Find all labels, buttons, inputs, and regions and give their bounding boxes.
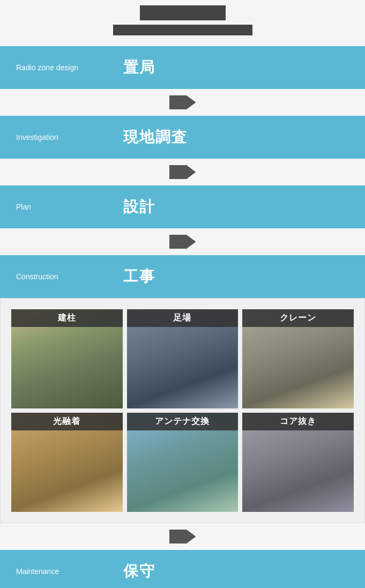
section-plan-ja: 設計 (123, 197, 155, 217)
section-construction: Construction 工事 (0, 255, 365, 298)
top-header (0, 0, 365, 46)
arrow-1 (0, 89, 365, 116)
arrow-shape-1 (169, 95, 196, 109)
photo-grid: 建柱 足場 クレーン 光融着 アンテナ交換 コア抜き (11, 309, 354, 512)
section-maintenance-en: Maintenance (16, 567, 123, 576)
section-radio-en: Radio zone design (16, 63, 123, 72)
photo-item-ashiba[interactable]: 足場 (127, 309, 239, 408)
arrow-shape-3 (169, 235, 196, 249)
arrow-3 (0, 228, 365, 255)
photo-label-kenchu: 建柱 (11, 309, 123, 327)
arrow-2 (0, 159, 365, 185)
photo-item-antenna[interactable]: アンテナ交換 (127, 413, 239, 512)
photo-item-core[interactable]: コア抜き (242, 413, 354, 512)
photo-label-crane: クレーン (242, 309, 354, 327)
section-investigation-ja: 現地調査 (123, 127, 188, 147)
section-maintenance-ja: 保守 (123, 561, 155, 582)
photo-label-core: コア抜き (242, 413, 354, 430)
photo-item-hikari[interactable]: 光融着 (11, 413, 123, 512)
section-radio-ja: 置局 (123, 57, 155, 78)
section-construction-en: Construction (16, 272, 123, 281)
arrow-shape-4 (169, 530, 196, 544)
section-radio: Radio zone design 置局 (0, 46, 365, 89)
photo-label-antenna: アンテナ交換 (127, 413, 239, 430)
top-title-bar (140, 5, 226, 20)
photo-item-crane[interactable]: クレーン (242, 309, 354, 408)
top-subtitle-bar (113, 25, 252, 35)
photo-label-ashiba: 足場 (127, 309, 239, 327)
arrow-shape-2 (169, 165, 196, 179)
construction-grid-wrapper: 建柱 足場 クレーン 光融着 アンテナ交換 コア抜き (0, 298, 365, 523)
section-maintenance: Maintenance 保守 (0, 550, 365, 588)
section-investigation-en: Investigation (16, 133, 123, 142)
section-plan: Plan 設計 (0, 185, 365, 228)
section-plan-en: Plan (16, 203, 123, 211)
photo-item-kenchu[interactable]: 建柱 (11, 309, 123, 408)
section-construction-ja: 工事 (123, 266, 155, 287)
photo-label-hikari: 光融着 (11, 413, 123, 430)
section-investigation: Investigation 現地調査 (0, 116, 365, 159)
arrow-4 (0, 523, 365, 550)
